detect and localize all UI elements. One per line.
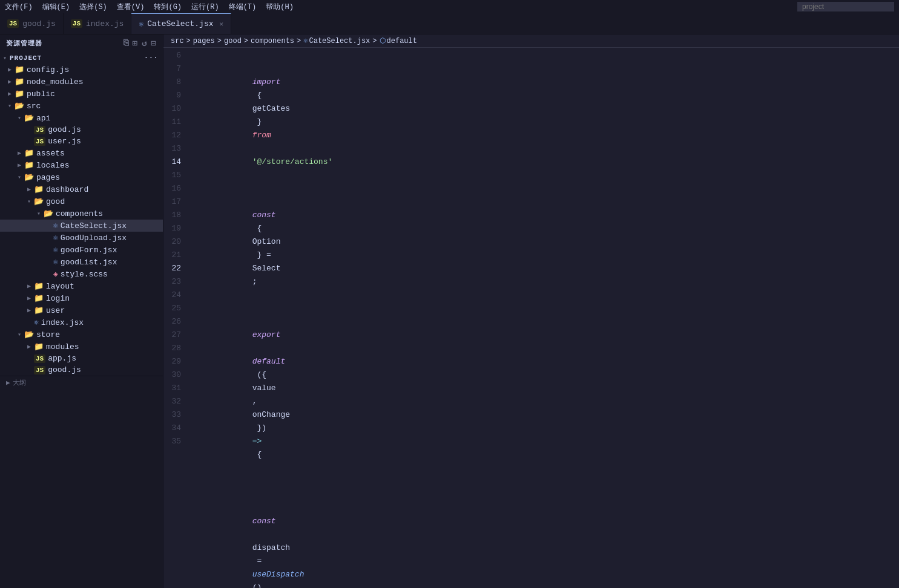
sidebar-item-public[interactable]: ▶ 📁 public	[0, 88, 163, 100]
breadcrumb-default: default	[387, 37, 417, 45]
breadcrumb-components: components	[251, 37, 294, 45]
sidebar-item-src[interactable]: ▾ 📂 src	[0, 100, 163, 112]
sidebar-title: 资源管理器	[6, 39, 42, 48]
menu-item-goto[interactable]: 转到(G)	[154, 2, 182, 12]
menu-search-input[interactable]	[797, 2, 894, 11]
breadcrumb-jsx-icon: ⚛	[303, 36, 308, 45]
menu-item-file[interactable]: 文件(F)	[5, 2, 33, 12]
sidebar-item-dashboard[interactable]: ▶ 📁 dashboard	[0, 183, 163, 195]
breadcrumb-sep: >	[297, 37, 301, 45]
outline-bar[interactable]: ▶ 大纲	[0, 376, 163, 389]
sidebar-item-label: app.js	[48, 354, 76, 363]
code-line: export default ({ value , onChange }) =>…	[196, 315, 899, 475]
menu-item-edit[interactable]: 编辑(E)	[42, 2, 70, 12]
sidebar-item-style-scss[interactable]: ▶ ◈ style.scss	[0, 268, 163, 280]
sidebar-item-label: pages	[36, 173, 60, 182]
sidebar-item-store[interactable]: ▾ 📂 store	[0, 328, 163, 341]
sidebar-item-api[interactable]: ▾ 📂 api	[0, 112, 163, 124]
sidebar-item-index-jsx[interactable]: ▶ ⚛ index.jsx	[0, 316, 163, 328]
main-layout: 资源管理器 ⎘ ⊞ ↺ ⊟ ▾ PROJECT ··· ▶ 📁 config.j…	[0, 34, 899, 588]
folder-icon: 📁	[15, 89, 24, 99]
sidebar-item-label: store	[36, 330, 60, 339]
line-numbers: 6 7 8 9 10 11 12 13 14 15 16 17 18 19 20…	[163, 48, 191, 588]
outline-label: 大纲	[13, 378, 26, 387]
sidebar-item-login[interactable]: ▶ 📁 login	[0, 292, 163, 304]
folder-icon: 📁	[34, 185, 44, 194]
tab-label: index.js	[86, 19, 123, 28]
sidebar-item-label: locales	[36, 161, 70, 170]
sidebar-item-label: api	[36, 114, 50, 123]
tab-good-js[interactable]: JS good.js	[0, 13, 64, 34]
sidebar-item-api-good-js[interactable]: ▶ JS good.js	[0, 124, 163, 136]
sidebar-item-node-modules[interactable]: ▶ 📁 node_modules	[0, 76, 163, 88]
sidebar-project-header[interactable]: ▾ PROJECT ···	[0, 52, 163, 64]
tab-bar: JS good.js JS index.js ⚛ CateSelect.jsx …	[0, 13, 899, 34]
new-folder-icon[interactable]: ⊞	[133, 38, 138, 48]
sidebar: 资源管理器 ⎘ ⊞ ↺ ⊟ ▾ PROJECT ··· ▶ 📁 config.j…	[0, 34, 163, 588]
sidebar-item-label: login	[46, 294, 70, 303]
sidebar-item-user[interactable]: ▶ 📁 user	[0, 304, 163, 316]
sidebar-item-label: user.js	[48, 137, 81, 146]
sidebar-item-pages[interactable]: ▾ 📂 pages	[0, 171, 163, 183]
code-line: const dispatch = useDispatch ()	[196, 488, 899, 588]
folder-icon: 📁	[24, 148, 34, 158]
menu-bar: 文件(F) 编辑(E) 选择(S) 查看(V) 转到(G) 运行(R) 终端(T…	[0, 0, 899, 13]
sidebar-item-assets[interactable]: ▶ 📁 assets	[0, 147, 163, 159]
sidebar-item-cateselect[interactable]: ▶ ⚛ CateSelect.jsx	[0, 220, 163, 232]
menu-item-select[interactable]: 选择(S)	[79, 2, 107, 12]
sidebar-more-icon[interactable]: ···	[144, 53, 163, 62]
breadcrumb-src: src	[171, 37, 184, 45]
code-editor[interactable]: 6 7 8 9 10 11 12 13 14 15 16 17 18 19 20…	[163, 48, 899, 588]
tab-cateselect-jsx[interactable]: ⚛ CateSelect.jsx ✕	[131, 13, 231, 34]
code-line	[196, 302, 899, 315]
jsx-file-icon: ⚛	[53, 233, 58, 243]
code-line	[196, 182, 899, 195]
js-file-icon: JS	[7, 19, 19, 28]
sidebar-item-label: CateSelect.jsx	[61, 221, 127, 230]
sidebar-item-goodform[interactable]: ▶ ⚛ goodForm.jsx	[0, 244, 163, 256]
breadcrumb-default-icon: ⬡	[380, 36, 386, 45]
sidebar-item-good[interactable]: ▾ 📂 good	[0, 195, 163, 207]
breadcrumb-bar: src > pages > good > components > ⚛ Cate…	[163, 34, 899, 48]
folder-icon: 📁	[24, 160, 34, 170]
folder-icon: 📁	[15, 65, 24, 74]
refresh-icon[interactable]: ↺	[142, 38, 147, 48]
sidebar-item-label: index.jsx	[41, 318, 84, 327]
sidebar-item-store-app-js[interactable]: ▶ JS app.js	[0, 353, 163, 364]
menu-item-terminal[interactable]: 终端(T)	[229, 2, 257, 12]
sidebar-item-modules[interactable]: ▶ 📁 modules	[0, 341, 163, 353]
sidebar-item-layout[interactable]: ▶ 📁 layout	[0, 280, 163, 292]
js-file-icon: JS	[71, 19, 82, 28]
sidebar-item-goodlist[interactable]: ▶ ⚛ goodList.jsx	[0, 256, 163, 268]
code-line	[196, 475, 899, 488]
menu-item-view[interactable]: 查看(V)	[117, 2, 145, 12]
tab-close-button[interactable]: ✕	[219, 20, 223, 28]
outline-arrow-icon: ▶	[6, 379, 10, 387]
sidebar-item-goodupload[interactable]: ▶ ⚛ GoodUpload.jsx	[0, 232, 163, 244]
folder-open-icon: 📂	[24, 172, 34, 182]
js-icon: JS	[34, 126, 45, 134]
menu-item-help[interactable]: 帮助(H)	[266, 2, 294, 12]
code-content: import { getCates } from '@/store/action…	[191, 48, 899, 588]
folder-icon: 📁	[34, 305, 44, 315]
sidebar-item-store-good-js[interactable]: ▶ JS good.js	[0, 364, 163, 376]
new-file-icon[interactable]: ⎘	[123, 38, 129, 48]
collapse-icon[interactable]: ⊟	[151, 38, 157, 48]
menu-item-run[interactable]: 运行(R)	[191, 2, 219, 12]
sidebar-item-config[interactable]: ▶ 📁 config.js	[0, 64, 163, 76]
tab-index-js[interactable]: JS index.js	[64, 13, 132, 34]
code-line: const { Option } = Select ;	[196, 195, 899, 302]
code-line: import { getCates } from '@/store/action…	[196, 62, 899, 182]
sidebar-item-components[interactable]: ▾ 📂 components	[0, 207, 163, 220]
sidebar-item-label: goodForm.jsx	[61, 246, 117, 255]
breadcrumb-sep: >	[217, 37, 222, 45]
sidebar-item-api-user-js[interactable]: ▶ JS user.js	[0, 136, 163, 147]
sidebar-item-label: config.js	[27, 65, 69, 74]
sidebar-item-label: public	[27, 90, 55, 99]
sidebar-item-locales[interactable]: ▶ 📁 locales	[0, 159, 163, 171]
breadcrumb-good: good	[224, 37, 242, 45]
folder-icon: 📁	[34, 293, 44, 303]
sidebar-header: 资源管理器 ⎘ ⊞ ↺ ⊟	[0, 34, 163, 52]
sidebar-item-label: components	[56, 209, 103, 218]
sidebar-item-label: modules	[46, 342, 79, 351]
